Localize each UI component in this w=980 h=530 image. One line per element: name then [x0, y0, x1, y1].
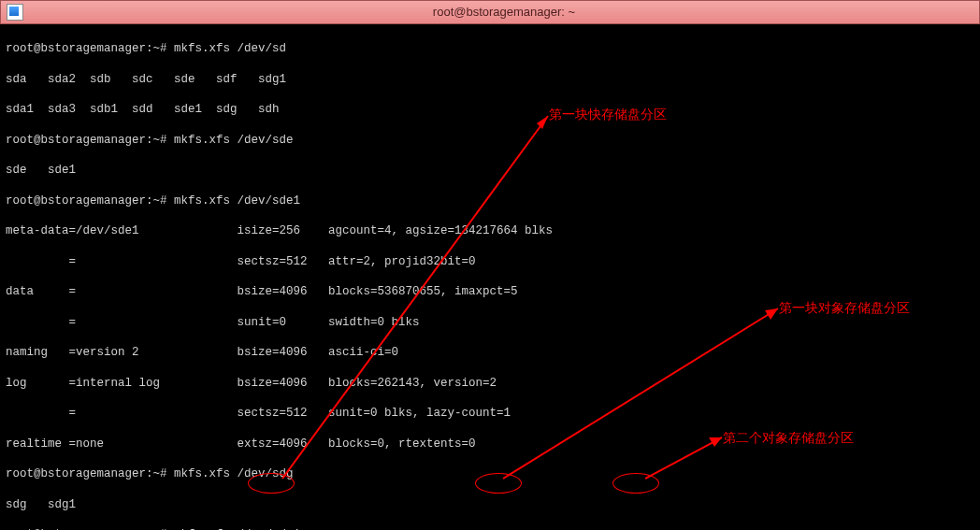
- term-line: data = bsize=4096 blocks=536870655, imax…: [6, 284, 974, 299]
- term-line: meta-data=/dev/sde1 isize=256 agcount=4,…: [6, 223, 974, 238]
- window-title: root@bstoragemanager: ~: [29, 5, 979, 21]
- annotation-cache-partition: 第一块快存储盘分区: [549, 106, 667, 122]
- window-titlebar: root@bstoragemanager: ~: [0, 0, 980, 24]
- term-line: = sunit=0 swidth=0 blks: [6, 315, 974, 330]
- term-line: sde sde1: [6, 163, 974, 178]
- term-line: root@bstoragemanager:~# mkfs.xfs /dev/sd…: [6, 193, 974, 208]
- term-line: root@bstoragemanager:~# mkfs.xfs /dev/sd…: [6, 133, 974, 148]
- terminal-output[interactable]: root@bstoragemanager:~# mkfs.xfs /dev/sd…: [0, 24, 980, 530]
- term-line: log =internal log bsize=4096 blocks=2621…: [6, 376, 974, 391]
- term-line: = sectsz=512 attr=2, projid32bit=0: [6, 254, 974, 269]
- term-line: sdg sdg1: [6, 497, 974, 512]
- term-line: sda sda2 sdb sdc sde sdf sdg1: [6, 72, 974, 87]
- term-line: root@bstoragemanager:~# mkfs.xfs /dev/sd…: [6, 466, 974, 481]
- term-line: = sectsz=512 sunit=0 blks, lazy-count=1: [6, 406, 974, 421]
- app-icon: [7, 4, 23, 21]
- term-line: root@bstoragemanager:~# mkfs.xfs /dev/sd: [6, 41, 974, 56]
- annotation-object-partition-1: 第一块对象存储盘分区: [779, 299, 910, 316]
- term-line: naming =version 2 bsize=4096 ascii-ci=0: [6, 345, 974, 360]
- term-line: sda1 sda3 sdb1 sdd sde1 sdg sdh: [6, 102, 974, 117]
- annotation-object-partition-2: 第二个对象存储盘分区: [723, 429, 854, 446]
